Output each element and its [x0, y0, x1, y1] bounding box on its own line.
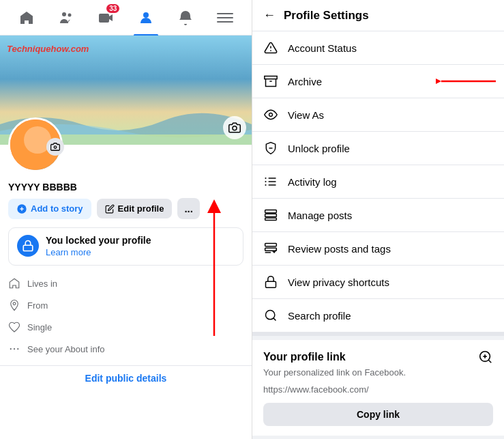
- view-as-item[interactable]: View As: [252, 98, 504, 132]
- svg-rect-34: [265, 214, 277, 216]
- avatar-row: [0, 145, 252, 179]
- copy-link-button[interactable]: Copy link: [263, 403, 493, 426]
- edit-profile-label: Edit profile: [118, 203, 164, 214]
- view-privacy-label: View privacy shortcuts: [288, 277, 389, 288]
- profile-link-section: Your profile link Your personalized link…: [252, 340, 504, 436]
- profile-link-header: Your profile link: [263, 350, 493, 365]
- privacy-icon: [263, 274, 278, 289]
- top-nav: 33: [0, 0, 252, 36]
- svg-rect-5: [217, 17, 233, 18]
- notification-badge: 33: [106, 4, 119, 13]
- locked-text: You locked your profile Learn more: [46, 235, 151, 258]
- nav-menu[interactable]: [213, 5, 237, 30]
- account-status-item[interactable]: Account Status: [252, 31, 504, 65]
- left-panel: 33 Techniquehow.com: [0, 0, 252, 439]
- svg-rect-4: [217, 13, 233, 14]
- from-label: From: [27, 300, 48, 311]
- profile-link-title: Your profile link: [263, 351, 346, 363]
- profile-link-url: https://www.facebook.com/: [263, 384, 493, 395]
- locked-title: You locked your profile: [46, 235, 151, 246]
- svg-point-1: [68, 13, 72, 16]
- svg-point-17: [14, 348, 15, 350]
- list-icon: [263, 174, 278, 189]
- eye-icon: [263, 107, 278, 122]
- add-story-label: Add to story: [31, 203, 83, 214]
- review-posts-item[interactable]: Review posts and tags: [252, 232, 504, 266]
- lock-icon: [17, 235, 39, 257]
- search-icon: [263, 308, 278, 323]
- review-icon: [263, 241, 278, 256]
- nav-friends[interactable]: [54, 5, 78, 30]
- nav-home[interactable]: [14, 5, 39, 30]
- svg-rect-37: [265, 248, 277, 251]
- edit-profile-button[interactable]: Edit profile: [97, 199, 173, 218]
- learn-more-link[interactable]: Learn more: [46, 247, 91, 257]
- search-profile-item[interactable]: Search profile: [252, 299, 504, 332]
- manage-posts-item[interactable]: Manage posts: [252, 199, 504, 232]
- svg-rect-15: [23, 245, 33, 251]
- archive-item[interactable]: Archive: [252, 65, 504, 98]
- view-as-label: View As: [288, 109, 324, 121]
- review-posts-label: Review posts and tags: [288, 243, 391, 255]
- warning-icon: [263, 40, 278, 55]
- edit-public-details[interactable]: Edit public details: [0, 365, 252, 391]
- svg-rect-39: [266, 281, 276, 287]
- svg-rect-6: [217, 21, 233, 23]
- archive-label: Archive: [288, 76, 322, 87]
- add-to-story-button[interactable]: Add to story: [8, 199, 91, 219]
- about-item: See your About info: [8, 338, 243, 360]
- unlock-profile-item[interactable]: Unlock profile: [252, 132, 504, 165]
- profile-link-subtitle: Your personalized link on Facebook.: [263, 367, 493, 378]
- watermark: Techniquehow.com: [7, 44, 89, 54]
- svg-line-43: [488, 360, 491, 363]
- account-status-label: Account Status: [288, 42, 357, 54]
- back-button[interactable]: ←: [263, 8, 276, 23]
- avatar-camera-button[interactable]: [46, 138, 64, 156]
- svg-point-3: [143, 12, 149, 18]
- lives-in-label: Lives in: [27, 279, 57, 289]
- svg-point-11: [54, 146, 57, 149]
- search-plus-icon: [478, 350, 493, 365]
- svg-rect-33: [265, 210, 277, 213]
- svg-point-16: [10, 348, 12, 350]
- svg-line-41: [273, 318, 276, 321]
- svg-point-25: [269, 113, 273, 117]
- manage-posts-label: Manage posts: [288, 210, 352, 221]
- archive-icon: [263, 74, 278, 89]
- svg-rect-35: [265, 218, 277, 220]
- svg-point-0: [62, 12, 66, 16]
- profile-name: YYYYY BBBBB: [0, 179, 252, 194]
- svg-rect-22: [265, 76, 277, 79]
- nav-video[interactable]: 33: [93, 5, 118, 30]
- single-label: Single: [27, 322, 52, 332]
- nav-notifications[interactable]: [173, 5, 198, 30]
- search-profile-label: Search profile: [288, 310, 351, 322]
- manage-posts-icon: [263, 208, 278, 223]
- nav-profile[interactable]: [134, 5, 158, 30]
- profile-settings-header: ← Profile Settings: [252, 0, 504, 31]
- settings-menu-list: Account Status Archive: [252, 31, 504, 336]
- shield-unlock-icon: [263, 141, 278, 156]
- unlock-profile-label: Unlock profile: [288, 143, 350, 154]
- svg-point-18: [17, 348, 18, 350]
- cover-camera-button[interactable]: [223, 116, 246, 139]
- svg-rect-2: [99, 14, 109, 23]
- about-label: See your About info: [27, 344, 104, 354]
- activity-log-item[interactable]: Activity log: [252, 165, 504, 199]
- activity-log-label: Activity log: [288, 176, 337, 188]
- svg-point-40: [266, 311, 275, 320]
- view-privacy-item[interactable]: View privacy shortcuts: [252, 266, 504, 299]
- svg-rect-36: [265, 244, 277, 246]
- svg-point-8: [233, 126, 237, 130]
- profile-settings-title: Profile Settings: [284, 9, 369, 23]
- right-panel: ← Profile Settings Account Status: [252, 0, 504, 439]
